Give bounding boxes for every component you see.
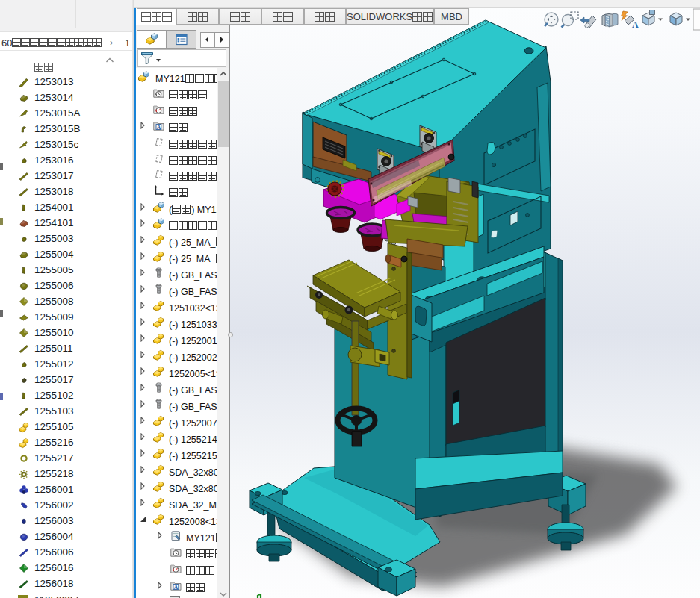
svg-text:A: A <box>632 19 639 30</box>
svg-text:A: A <box>157 124 161 131</box>
svg-text:A: A <box>174 584 179 591</box>
